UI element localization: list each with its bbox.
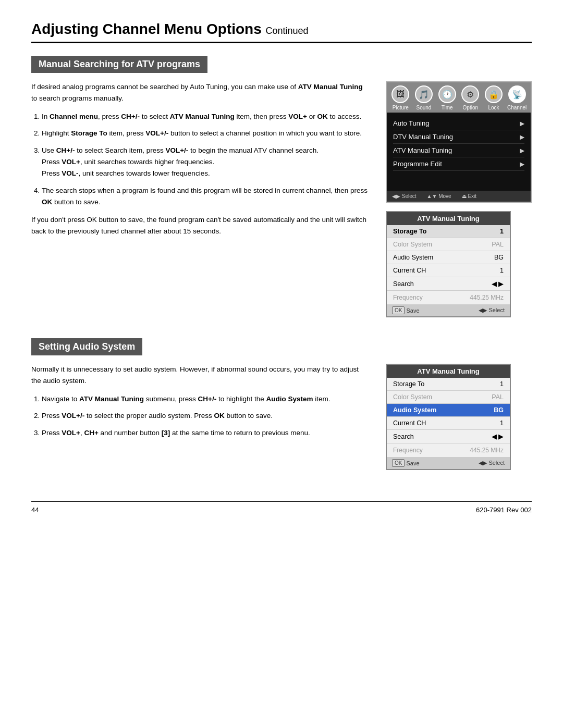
- current-ch-label: Current CH: [393, 267, 426, 274]
- footer-exit: ⏏ Exit: [462, 193, 476, 199]
- footer-select2: ◀▶ Select: [479, 306, 505, 314]
- programme-arrow: ▶: [520, 161, 524, 168]
- s2-step1: Navigate to ATV Manual Tuning submenu, p…: [42, 393, 370, 405]
- storage-label: Storage To: [393, 228, 426, 235]
- atv2-row-color: Color System PAL: [387, 391, 510, 404]
- section1-header: Manual Searching for ATV programs: [31, 56, 207, 73]
- page-title: Adjusting Channel Menu Options Continued: [31, 21, 532, 43]
- footer-move: ▲▼ Move: [427, 193, 451, 199]
- freq-value: 445.25 MHz: [470, 294, 504, 301]
- color-value: PAL: [492, 241, 504, 248]
- menu-row-atv: ATV Manual Tuning ▶: [393, 144, 524, 157]
- dtv-arrow: ▶: [520, 133, 524, 141]
- section2-ui: ATV Manual Tuning Storage To 1 Color Sys…: [386, 364, 532, 470]
- icon-sound: 🎵 Sound: [413, 85, 434, 110]
- atv2-row-search: Search ◀ ▶: [387, 430, 510, 443]
- atv-panel-2-footer: OK Save ◀▶ Select: [387, 457, 510, 469]
- title-continued: Continued: [266, 26, 309, 36]
- atv-arrow: ▶: [520, 147, 524, 154]
- lock-label: Lock: [488, 105, 499, 110]
- section1-text: If desired analog programs cannot be sea…: [31, 81, 370, 241]
- step4: The search stops when a program is found…: [42, 185, 370, 208]
- atv-freq: Frequency 445.25 MHz: [387, 291, 510, 304]
- section2-text: Normally it is unnecessary to set audio …: [31, 364, 370, 444]
- storage2-label: Storage To: [393, 380, 424, 388]
- icon-time: 🕐 Time: [437, 85, 458, 110]
- section1-steps: In Channel menu, press CH+/- to select A…: [31, 111, 370, 237]
- version-number: 620-7991 Rev 002: [476, 506, 532, 514]
- freq2-label: Frequency: [393, 447, 423, 454]
- icon-lock: 🔒 Lock: [483, 85, 504, 110]
- atv-row-current: Current CH 1: [387, 264, 510, 277]
- programme-label: Programme Edit: [393, 160, 442, 168]
- atv2-freq: Frequency 445.25 MHz: [387, 443, 510, 457]
- ok-btn: OK: [392, 306, 405, 314]
- footer-select: ◀▶ Select: [392, 193, 417, 199]
- section2-intro: Normally it is unnecessary to set audio …: [31, 364, 370, 386]
- search-arrows: ◀ ▶: [492, 280, 504, 288]
- atv-row-audio: Audio System BG: [387, 251, 510, 264]
- dtv-label: DTV Manual Tuning: [393, 133, 453, 141]
- icon-channel: 📡 Channel: [507, 85, 528, 110]
- color2-label: Color System: [393, 393, 432, 401]
- section1-ui: 🖼 Picture 🎵 Sound 🕐 Time ⚙ Option: [386, 81, 532, 317]
- tv-menu-footer: ◀▶ Select ▲▼ Move ⏏ Exit: [387, 191, 531, 202]
- auto-tuning-label: Auto Tuning: [393, 119, 429, 127]
- atv-row-color: Color System PAL: [387, 238, 510, 251]
- audio-value: BG: [494, 254, 504, 261]
- atv-panel-1-title: ATV Manual Tuning: [387, 212, 510, 225]
- section-manual-searching: Manual Searching for ATV programs If des…: [31, 56, 532, 317]
- color-label: Color System: [393, 241, 432, 248]
- time-icon: 🕐: [438, 85, 456, 103]
- audio-label: Audio System: [393, 254, 433, 261]
- atv-panel-2: ATV Manual Tuning Storage To 1 Color Sys…: [386, 364, 511, 470]
- footer2-select: ◀▶ Select: [479, 459, 505, 467]
- footer-save: OK Save: [392, 306, 420, 314]
- sound-label: Sound: [417, 105, 432, 110]
- atv-label: ATV Manual Tuning: [393, 146, 452, 154]
- tv-menu-body: Auto Tuning ▶ DTV Manual Tuning ▶ ATV Ma…: [387, 113, 531, 191]
- ok-btn-2: OK: [392, 459, 405, 467]
- title-main: Adjusting Channel Menu Options: [31, 21, 262, 37]
- channel-label: Channel: [507, 105, 527, 110]
- picture-icon: 🖼: [391, 85, 409, 103]
- section2-content: Normally it is unnecessary to set audio …: [31, 364, 532, 470]
- section1-intro: If desired analog programs cannot be sea…: [31, 81, 370, 104]
- step3: Use CH+/- to select Search item, press V…: [42, 145, 370, 180]
- atv-panel-footer: OK Save ◀▶ Select: [387, 304, 510, 316]
- menu-row-programme: Programme Edit ▶: [393, 157, 524, 171]
- channel-icon: 📡: [508, 85, 526, 103]
- menu-row-dtv: DTV Manual Tuning ▶: [393, 130, 524, 144]
- audio2-label: Audio System: [393, 406, 436, 414]
- freq2-value: 445.25 MHz: [470, 447, 504, 454]
- auto-tuning-arrow: ▶: [520, 120, 524, 127]
- page-footer: 44 620-7991 Rev 002: [31, 501, 532, 514]
- icon-picture: 🖼 Picture: [390, 85, 411, 110]
- section2-header: Setting Audio System: [31, 338, 142, 355]
- page-number: 44: [31, 506, 39, 514]
- atv-row-search: Search ◀ ▶: [387, 277, 510, 291]
- option-label: Option: [463, 105, 478, 110]
- current-ch2-label: Current CH: [393, 419, 426, 427]
- s2-step3: Press VOL+, CH+ and number button [3] at…: [42, 427, 370, 439]
- storage2-value: 1: [500, 380, 504, 388]
- atv2-row-current: Current CH 1: [387, 417, 510, 430]
- atv2-row-storage: Storage To 1: [387, 378, 510, 391]
- lock-icon: 🔒: [485, 85, 503, 103]
- icon-option: ⚙ Option: [460, 85, 481, 110]
- step2: Highlight Storage To item, press VOL+/- …: [42, 128, 370, 139]
- current-ch-value: 1: [500, 267, 504, 274]
- current-ch2-value: 1: [500, 419, 504, 427]
- atv-row-storage: Storage To 1: [387, 225, 510, 238]
- step4-extra: If you don't press OK button to save, th…: [31, 214, 370, 238]
- color2-value: PAL: [492, 393, 504, 401]
- step1: In Channel menu, press CH+/- to select A…: [42, 111, 370, 122]
- storage-value: 1: [500, 228, 504, 235]
- atv-panel-2-title: ATV Manual Tuning: [387, 365, 510, 378]
- audio2-value: BG: [494, 406, 504, 414]
- search-label: Search: [393, 280, 414, 288]
- tv-menu-icons: 🖼 Picture 🎵 Sound 🕐 Time ⚙ Option: [387, 82, 531, 113]
- tv-menu: 🖼 Picture 🎵 Sound 🕐 Time ⚙ Option: [386, 81, 532, 203]
- s2-step2: Press VOL+/- to select the proper audio …: [42, 410, 370, 422]
- atv2-row-audio: Audio System BG: [387, 404, 510, 417]
